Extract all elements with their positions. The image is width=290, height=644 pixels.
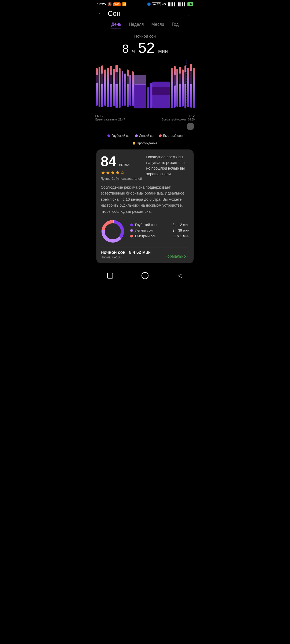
scroll-indicator [93,121,197,132]
nav-back-button[interactable]: ◁ [175,271,185,280]
chart-timestamps: 06.12 Время засыпания 21:47 07.12 Время … [93,114,197,121]
legend-light: Легкий сон [135,134,155,138]
card-message: Последнее время вы нарушаете режим сна, … [146,154,189,181]
svg-rect-3 [96,75,98,83]
light-dot [130,229,133,232]
rem-sleep-label: Быстрый сон [163,134,183,138]
card-body-text: Соблюдение режима сна поддерживает естес… [101,184,189,214]
sleep-hours: 8 [122,42,129,55]
header: ← Сон ⋮ [93,7,197,21]
svg-rect-8 [107,68,109,107]
svg-rect-27 [171,68,173,108]
svg-rect-22 [134,75,146,85]
legend-rem: Быстрый сон [159,134,183,138]
svg-rect-23 [147,87,149,108]
svg-rect-10 [110,75,112,84]
svg-rect-20 [132,71,134,106]
period-tabs: День Неделя Месяц Год [93,21,197,32]
more-menu-button[interactable]: ⋮ [186,10,192,17]
nav-bar: ◁ [93,267,197,283]
sleep-minutes-unit: мин [158,48,168,54]
breakdown-list: Глубокий сон 3 ч 12 мин Легкий сон 3 ч 3… [130,223,189,240]
center-icon [142,272,148,279]
breakdown-light: Легкий сон 3 ч 39 мин [130,228,189,232]
svg-rect-30 [176,69,178,107]
battery-icon: 66 [187,2,193,6]
svg-rect-21 [134,84,146,108]
tab-week[interactable]: Неделя [129,22,144,28]
score-stars: ★★★★☆ [101,169,142,176]
rem-sleep-dot [159,134,162,137]
svg-rect-11 [113,69,115,106]
sleep-duration: 8 ч 52 мин [93,39,197,56]
svg-rect-4 [99,67,100,107]
tab-day[interactable]: День [111,22,121,28]
breakdown-rem-time: 2 ч 1 мин [175,234,189,238]
bluetooth-icon: 🔵 [147,2,151,6]
breakdown-deep: Глубокий сон 3 ч 12 мин [130,223,189,227]
svg-rect-13 [115,72,118,84]
score-number: 84 [101,153,116,169]
breakdown-rem: Быстрый сон 2 ч 1 мин [130,234,189,238]
svg-rect-32 [179,74,181,84]
svg-rect-16 [124,74,126,106]
svg-rect-24 [150,83,152,108]
wake-label: Пробуждение [137,141,157,145]
sleep-total-row: Ночной сон 8 ч 52 мин Норма: 6–10 ч Норм… [101,247,189,258]
sleep-info-card: 84 балла ★★★★☆ Лучше 91 % пользователей … [96,149,194,263]
deep-dot [130,224,133,226]
breakdown-deep-time: 3 ч 12 мин [172,223,189,227]
svg-rect-36 [187,68,189,107]
start-time-label: Время засыпания 21:47 [95,118,125,121]
light-sleep-dot [135,134,138,137]
normal-status-text: Нормально [165,254,186,258]
breakdown-light-label: Легкий сон [135,228,170,232]
svg-rect-19 [129,75,131,106]
svg-rect-28 [174,66,176,108]
scroll-dot [187,123,194,130]
svg-rect-35 [184,72,186,84]
svg-rect-9 [110,66,112,107]
signal-icon: ▐▌▌▌ [167,2,176,6]
sleep-score: 84 балла ★★★★☆ Лучше 91 % пользователей [101,154,142,181]
start-date: 06.12 [95,114,125,118]
network-icon: 4G [162,3,166,6]
sleep-legend: Глубокий сон Легкий сон Быстрый сон Проб… [93,132,197,147]
back-icon: ◁ [178,272,182,279]
svg-rect-18 [127,76,129,84]
svg-rect-31 [179,67,181,107]
svg-rect-26 [152,87,170,95]
deep-sleep-dot [107,134,110,137]
nav-home-button[interactable] [105,271,115,280]
svg-rect-33 [182,69,184,107]
light-sleep-label: Легкий сон [139,134,155,138]
sleep-minutes: 52 [138,39,155,56]
mute-icon: 🔕 [107,2,112,6]
svg-rect-29 [174,75,176,86]
signal2-icon: ▐▌▌▌ [177,2,186,6]
tab-year[interactable]: Год [172,22,179,28]
svg-rect-14 [119,68,121,108]
back-button[interactable]: ← [98,10,104,17]
wb-icon: WB [113,2,120,6]
svg-rect-17 [127,69,129,107]
breakdown-row: Глубокий сон 3 ч 12 мин Легкий сон 3 ч 3… [101,219,189,243]
breakdown-deep-label: Глубокий сон [135,223,170,227]
wifi-icon: 📶 [122,2,126,6]
legend-deep: Глубокий сон [107,134,131,138]
sleep-summary: Ночной сон 8 ч 52 мин [93,32,197,57]
status-time: 17:25 [97,2,106,6]
normal-arrow: › [187,254,188,258]
breakdown-light-time: 3 ч 39 мин [172,228,189,232]
end-time-label: Время пробуждения 06:39 [162,118,195,121]
wake-dot [133,142,135,145]
svg-rect-7 [104,69,106,106]
svg-rect-15 [122,71,123,106]
nav-center-button[interactable] [140,271,150,280]
sleep-donut-chart [101,219,125,243]
sleep-chart[interactable] [93,60,197,114]
svg-rect-6 [101,74,103,84]
legend-wake: Пробуждение [133,141,157,145]
deep-sleep-label: Глубокий сон [111,134,131,138]
tab-month[interactable]: Месяц [151,22,164,28]
